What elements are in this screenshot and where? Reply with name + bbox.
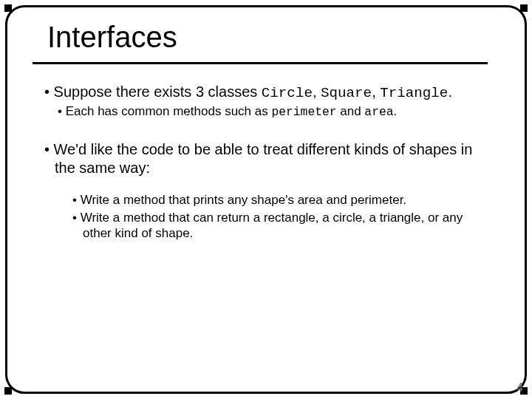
slide: Interfaces Suppose there exists 3 classe…: [0, 0, 532, 399]
text-fragment: Each has common methods such as: [66, 104, 272, 118]
text-fragment: Write a method that can return a rectang…: [81, 211, 463, 240]
text-fragment: .: [448, 83, 452, 100]
code-area: area: [364, 105, 393, 119]
text-fragment: ,: [313, 83, 321, 100]
bullet-common-methods: Each has common methods such as perimete…: [44, 103, 488, 120]
code-circle: Circle: [262, 85, 313, 101]
slide-body: Suppose there exists 3 classes Circle, S…: [44, 83, 488, 242]
text-fragment: and: [337, 104, 365, 118]
spacer: [44, 121, 488, 140]
bullet-print-area-perimeter: Write a method that prints any shape's a…: [44, 192, 488, 208]
code-perimeter: perimeter: [271, 105, 336, 119]
bullet-treat-same-way: We'd like the code to be able to treat d…: [44, 140, 488, 177]
code-triangle: Triangle: [380, 85, 448, 101]
bullet-suppose-classes: Suppose there exists 3 classes Circle, S…: [44, 83, 488, 102]
text-fragment: .: [394, 104, 398, 118]
text-fragment: Write a method that prints any shape's a…: [81, 193, 406, 207]
spacer: [44, 179, 488, 192]
page-number: 4: [516, 381, 523, 395]
bullet-return-any-shape: Write a method that can return a rectang…: [44, 210, 488, 242]
title-underline: [33, 62, 488, 64]
text-fragment: We'd like the code to be able to treat d…: [54, 141, 473, 176]
text-fragment: ,: [372, 83, 380, 100]
text-fragment: Suppose there exists 3 classes: [54, 83, 262, 100]
code-square: Square: [321, 85, 372, 101]
slide-title: Interfaces: [47, 21, 177, 54]
